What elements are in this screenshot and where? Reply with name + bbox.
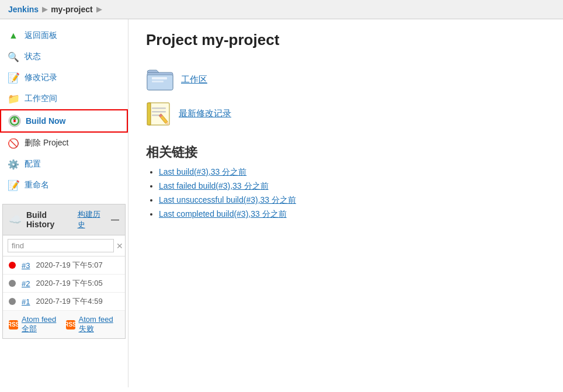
edit-icon: 📝 [7,71,20,84]
build-row-3: #3 2020-7-19 下午5:07 [3,256,125,275]
workspace-link[interactable]: 工作区 [181,74,207,85]
build-now-icon [8,115,21,127]
sidebar-item-rename[interactable]: 📝 重命名 [0,175,128,196]
last-completed-build-link[interactable]: Last completed build(#3),33 分之前 [159,209,287,218]
sidebar-item-build-now[interactable]: Build Now [0,109,128,133]
changelog-link-item: 最新修改记录 [146,100,545,126]
last-build-link[interactable]: Last build(#3),33 分之前 [159,167,246,176]
workspace-folder-icon [146,67,174,92]
sidebar-item-workspace-label: 工作空间 [25,93,57,104]
main-links: 工作区 [146,67,545,126]
workspace-link-item: 工作区 [146,67,545,92]
breadcrumb-project[interactable]: my-project [51,5,93,14]
build-link-3[interactable]: #3 [22,261,30,270]
build-history-panel: ☁️ Build History 构建历史 — ✕ #3 2020-7-19 下… [2,204,126,339]
list-item: Last failed build(#3),33 分之前 [159,181,545,192]
svg-rect-6 [152,77,167,79]
sidebar-item-changelog[interactable]: 📝 修改记录 [0,67,128,88]
rename-icon: 📝 [7,179,20,192]
sidebar-item-status-label: 状态 [25,51,41,62]
last-unsuccessful-build-link[interactable]: Last unsuccessful build(#3),33 分之前 [159,195,296,204]
sidebar-item-back[interactable]: ▲ 返回面板 [0,25,128,46]
breadcrumb-jenkins[interactable]: Jenkins [8,5,39,14]
gear-icon: ⚙️ [7,158,20,171]
atom-feed-all-link[interactable]: Atom feed 全部 [22,315,62,334]
changelog-link[interactable]: 最新修改记录 [179,108,231,119]
sidebar-item-workspace[interactable]: 📁 工作空间 [0,88,128,109]
arrow-up-icon: ▲ [7,29,20,42]
build-history-dash: — [111,215,119,224]
build-history-link[interactable]: 构建历史 [78,209,105,230]
breadcrumb-sep-1: ▶ [42,5,47,13]
atom-feed-failed-icon: RSS [66,320,75,329]
build-history-title: Build History [26,210,73,229]
sidebar-item-delete[interactable]: 🚫 删除 Project [0,133,128,154]
search-icon: 🔍 [7,50,20,63]
sidebar-item-build-now-label: Build Now [26,116,65,126]
build-search-row: ✕ [3,235,125,256]
sidebar-item-back-label: 返回面板 [25,30,57,41]
sidebar-item-rename-label: 重命名 [25,180,49,190]
sidebar: ▲ 返回面板 🔍 状态 📝 修改记录 📁 工作空间 [0,19,128,387]
last-failed-build-link[interactable]: Last failed build(#3),33 分之前 [159,181,269,190]
build-row-2: #2 2020-7-19 下午5:05 [3,275,125,293]
atom-feed-all-icon: RSS [9,320,18,329]
build-status-red-icon [9,262,16,269]
sidebar-item-configure[interactable]: ⚙️ 配置 [0,154,128,175]
list-item: Last build(#3),33 分之前 [159,167,545,178]
folder-icon: 📁 [7,92,20,105]
changelog-notepad-icon [146,100,172,126]
svg-point-3 [13,120,16,122]
build-time-3: 2020-7-19 下午5:07 [36,260,102,270]
delete-icon: 🚫 [7,137,20,150]
page-title: Project my-project [146,31,545,49]
svg-rect-9 [147,103,151,125]
build-status-gray-icon-1 [9,298,16,305]
breadcrumb-sep-2: ▶ [96,5,102,13]
sidebar-item-delete-label: 删除 Project [25,138,68,148]
svg-rect-11 [152,111,166,113]
related-links-list: Last build(#3),33 分之前 Last failed build(… [146,167,545,220]
build-history-cloud-icon: ☁️ [9,213,22,226]
build-link-1[interactable]: #1 [22,297,30,306]
build-search-input[interactable] [8,239,114,252]
related-links-section: 相关链接 Last build(#3),33 分之前 Last failed b… [146,144,545,220]
build-link-2[interactable]: #2 [22,279,30,288]
build-status-gray-icon-2 [9,280,16,287]
atom-feed-failed-link[interactable]: Atom feed 失败 [79,315,120,334]
main-content: Project my-project 工作区 [128,19,563,387]
sidebar-item-changelog-label: 修改记录 [25,72,57,83]
svg-rect-7 [152,81,164,82]
breadcrumb: Jenkins ▶ my-project ▶ [0,0,563,19]
sidebar-item-status[interactable]: 🔍 状态 [0,46,128,67]
build-row-1: #1 2020-7-19 下午4:59 [3,293,125,311]
sidebar-item-configure-label: 配置 [25,159,41,169]
build-time-2: 2020-7-19 下午5:05 [36,278,102,289]
list-item: Last unsuccessful build(#3),33 分之前 [159,195,545,206]
clear-search-button[interactable]: ✕ [116,241,123,251]
build-history-header: ☁️ Build History 构建历史 — [3,204,125,235]
svg-rect-10 [152,107,166,109]
list-item: Last completed build(#3),33 分之前 [159,209,545,220]
build-time-1: 2020-7-19 下午4:59 [36,296,102,307]
atom-feed-row: RSS Atom feed 全部 RSS Atom feed 失败 [3,311,125,338]
related-links-title: 相关链接 [146,144,545,161]
